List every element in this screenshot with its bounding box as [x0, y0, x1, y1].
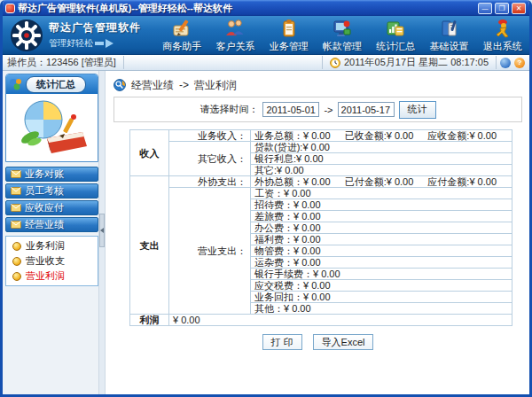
operator-bar: 操作员：123456 [管理员] 2011年05月17日 星期二 08:17:0… — [3, 55, 529, 71]
help-icon[interactable] — [514, 58, 525, 68]
outsource-total: 外协总额：¥ 0.00 — [254, 176, 331, 187]
nav-item-basic-settings[interactable]: 基础设置 — [422, 16, 475, 54]
expense-group-cell: 支出 — [130, 176, 169, 315]
payable-amount: 应付金额:¥ 0.00 — [427, 176, 497, 187]
table-row: 其它收入： 贷款(贷进):¥ 0.00 — [130, 142, 512, 153]
people-icon — [224, 19, 246, 38]
operating-expense-label: 营业支出： — [169, 188, 251, 315]
splitter-collapse-handle[interactable] — [99, 214, 105, 247]
date-range-arrow: -> — [324, 105, 332, 115]
submenu-item-label: 营业收支 — [26, 254, 65, 268]
skin-orb-icon[interactable] — [500, 58, 511, 68]
other-income-value: 其它:¥ 0.00 — [251, 165, 512, 176]
business-rebate-value: 业务回扣：¥ 0.00 — [251, 292, 512, 303]
nav-label: 退出系统 — [483, 40, 522, 53]
chart-folder-icon — [385, 19, 406, 38]
business-income-label: 业务收入： — [169, 130, 251, 142]
sidebar-item-business-reconciliation[interactable]: 业务对账 — [5, 167, 98, 182]
sidebar-header-panel: 统计汇总 — [5, 74, 98, 162]
coin-icon — [12, 242, 21, 251]
date-to-input[interactable] — [338, 102, 395, 117]
time-filter-panel: 请选择时间： -> 统计 — [113, 97, 522, 122]
nav-item-accounts-management[interactable]: 帐款管理 — [316, 16, 369, 54]
submenu-item-label: 营业利润 — [26, 269, 65, 283]
envelope-icon — [11, 221, 21, 229]
brand-name: 帮达广告管理软件 — [49, 20, 141, 35]
minimize-button[interactable] — [478, 3, 492, 14]
profit-table-wrap: 收入 业务收入： 业务总额：¥ 0.00 已收金额:¥ 0.00 应收金额:¥ … — [129, 129, 522, 326]
sidebar-illustration — [6, 94, 98, 161]
export-excel-button[interactable]: 导入Excel — [313, 334, 374, 350]
app-icon — [5, 4, 15, 13]
sidebar-item-label: 应收应付 — [25, 201, 64, 214]
computer-icon — [332, 19, 353, 38]
nav-item-business-management[interactable]: 业务管理 — [262, 16, 316, 54]
exit-runner-icon — [492, 19, 513, 38]
received-amount: 已收金额:¥ 0.00 — [345, 130, 414, 141]
statistics-button[interactable]: 统计 — [399, 101, 436, 119]
slogan-arrow-dash — [95, 42, 104, 45]
coin-icon — [12, 272, 21, 281]
date-from-input[interactable] — [262, 102, 319, 117]
nav-item-business-assistant[interactable]: 商务助手 — [155, 16, 208, 54]
submenu-item-operating-balance[interactable]: 营业收支 — [6, 253, 98, 269]
sidebar-item-receivables-payables[interactable]: 应收应付 — [5, 200, 98, 215]
breadcrumb-section: 经营业绩 — [131, 78, 174, 93]
sidebar: 统计汇总 — [3, 71, 98, 394]
time-filter-label: 请选择时间： — [200, 103, 258, 116]
table-row: 支出 外协支出： 外协总额：¥ 0.00 已付金额:¥ 0.00 应付金额:¥ … — [130, 176, 512, 188]
sidebar-header-pill[interactable]: 统计汇总 — [26, 76, 86, 93]
books-icon — [439, 19, 460, 38]
salary-value: 工资：¥ 0.00 — [251, 188, 512, 199]
nav-label: 统计汇总 — [376, 40, 415, 53]
other-income-label: 其它收入： — [169, 142, 251, 176]
breadcrumb-separator: -> — [179, 79, 189, 91]
maximize-button[interactable] — [495, 3, 509, 14]
nav-item-customer-relations[interactable]: 客户关系 — [208, 16, 262, 54]
tax-payable-value: 应交税费：¥ 0.00 — [251, 280, 512, 292]
datetime-text: 2011年05月17日 星期二 08:17:05 — [344, 56, 489, 69]
clipboard-icon — [278, 19, 300, 38]
action-buttons: 打 印 导入Excel — [113, 334, 522, 350]
sidebar-item-employee-assessment[interactable]: 员工考核 — [5, 183, 98, 198]
breadcrumb-page: 营业利润 — [194, 78, 237, 93]
clock-icon — [330, 58, 340, 68]
freight-fee-value: 运杂费：¥ 0.00 — [251, 257, 512, 269]
business-total: 业务总额：¥ 0.00 — [254, 130, 331, 141]
nav-item-statistics-summary[interactable]: 统计汇总 — [369, 16, 422, 54]
breadcrumb: 经营业绩 -> 营业利润 — [113, 76, 522, 94]
submenu-item-business-profit[interactable]: 业务利润 — [6, 238, 98, 253]
sidebar-header: 统计汇总 — [6, 74, 98, 94]
nav-label: 商务助手 — [162, 40, 201, 53]
submenu-item-label: 业务利润 — [26, 239, 65, 253]
profit-group-cell: 利润 — [130, 315, 169, 326]
magnifier-icon — [113, 79, 126, 91]
brand-text: 帮达广告管理软件 管理好轻松 — [49, 20, 141, 50]
sidebar-submenu: 业务利润 营业收支 营业利润 — [5, 236, 98, 286]
print-button[interactable]: 打 印 — [262, 334, 302, 350]
logo-area: 帮达广告管理软件 管理好轻松 — [3, 16, 155, 54]
profit-value: ¥ 0.00 — [169, 315, 512, 326]
table-row: 利润 ¥ 0.00 — [130, 315, 512, 326]
slogan-arrow-icon — [106, 39, 113, 48]
entertainment-fee-value: 招待费：¥ 0.00 — [251, 199, 512, 211]
nav-items: 商务助手 客户关系 业务管理 — [155, 16, 529, 54]
envelope-icon — [11, 187, 21, 195]
sidebar-item-label: 业务对账 — [25, 167, 64, 181]
notepad-pencil-icon — [171, 19, 192, 38]
loan-in-value: 贷款(贷进):¥ 0.00 — [251, 142, 512, 153]
window-title: 帮达广告管理软件(单机版)--管理好轻松--帮达软件 — [18, 2, 475, 15]
envelope-icon — [11, 204, 21, 212]
submenu-item-operating-profit[interactable]: 营业利润 — [6, 269, 98, 284]
travel-fee-value: 差旅费：¥ 0.00 — [251, 211, 512, 222]
bank-charge-value: 银行手续费：¥ 0.00 — [251, 269, 512, 280]
close-button[interactable] — [512, 3, 526, 14]
sidebar-item-operating-performance[interactable]: 经营业绩 — [5, 217, 98, 232]
top-navbar: 帮达广告管理软件 管理好轻松 商务助手 — [3, 16, 529, 55]
collapse-left-icon — [100, 228, 104, 233]
nav-item-exit-system[interactable]: 退出系统 — [476, 16, 529, 54]
profit-table: 收入 业务收入： 业务总额：¥ 0.00 已收金额:¥ 0.00 应收金额:¥ … — [129, 129, 512, 326]
table-row: 营业支出： 工资：¥ 0.00 — [130, 188, 512, 199]
sidebar-splitter[interactable] — [98, 71, 106, 394]
property-fee-value: 物管费：¥ 0.00 — [251, 245, 512, 257]
